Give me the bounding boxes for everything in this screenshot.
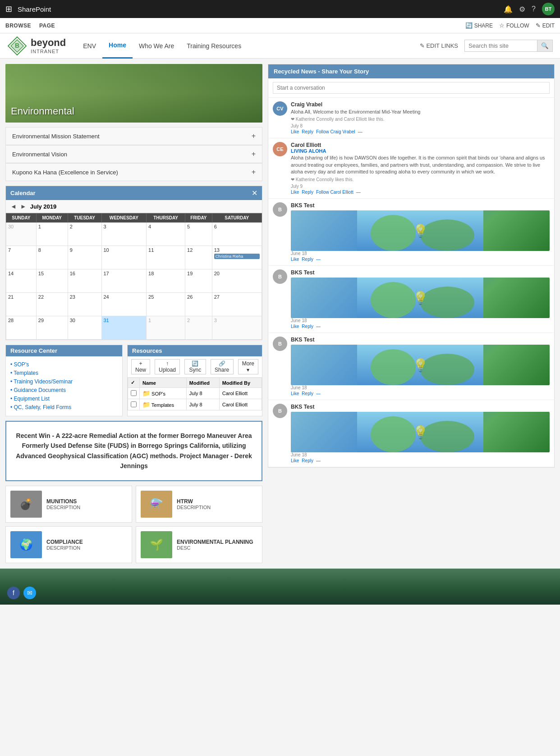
- conversation-input[interactable]: [273, 82, 550, 94]
- settings-icon[interactable]: ⚙: [519, 5, 525, 14]
- resource-link[interactable]: • Templates: [10, 370, 38, 376]
- cal-cell[interactable]: 19: [185, 269, 212, 293]
- post-action[interactable]: Follow Carol Elliott: [316, 190, 353, 195]
- category-card[interactable]: 🌍 COMPLIANCE DESCRIPTION: [5, 526, 132, 563]
- post-action[interactable]: —: [358, 129, 363, 134]
- cal-cell[interactable]: 18: [147, 269, 185, 293]
- nav-item-who[interactable]: Who We Are: [133, 33, 180, 59]
- post-action[interactable]: Reply: [302, 190, 313, 195]
- upload-button[interactable]: ↑ Upload: [155, 359, 180, 374]
- twitter-icon[interactable]: ✉: [23, 587, 36, 599]
- cal-cell[interactable]: 6: [212, 223, 262, 246]
- post-action[interactable]: Like: [291, 458, 299, 463]
- page-link[interactable]: PAGE: [39, 23, 55, 29]
- cal-cell[interactable]: 2: [185, 316, 212, 340]
- post-action[interactable]: —: [316, 257, 321, 262]
- edit-links-button[interactable]: ✎ EDIT LINKS: [413, 42, 464, 49]
- cal-cell[interactable]: 30: [6, 223, 37, 246]
- cal-event[interactable]: Christina Rieha: [214, 254, 260, 259]
- post-action[interactable]: Like: [291, 257, 299, 262]
- cal-cell[interactable]: 8: [36, 246, 68, 269]
- row-name[interactable]: 📁 SOP's: [140, 388, 187, 399]
- more-button[interactable]: More ▾: [238, 359, 258, 374]
- search-button[interactable]: 🔍: [537, 40, 552, 51]
- cal-cell[interactable]: 22: [36, 293, 68, 316]
- new-button[interactable]: + New: [131, 359, 150, 374]
- sync-button[interactable]: 🔄 Sync: [184, 359, 206, 374]
- cal-cell[interactable]: 21: [6, 293, 37, 316]
- cal-cell[interactable]: 3: [101, 223, 147, 246]
- post-action[interactable]: Like: [291, 391, 299, 396]
- row-check[interactable]: [128, 388, 140, 399]
- cal-cell[interactable]: 20: [212, 269, 262, 293]
- cal-cell[interactable]: 1: [36, 223, 68, 246]
- cal-cell[interactable]: 1: [147, 316, 185, 340]
- cal-cell[interactable]: 9: [68, 246, 101, 269]
- post-action[interactable]: Reply: [302, 391, 313, 396]
- cal-next-button[interactable]: ►: [20, 203, 27, 210]
- nav-item-home[interactable]: Home: [102, 33, 133, 59]
- cal-cell[interactable]: 31: [101, 316, 147, 340]
- cal-cell[interactable]: 2: [68, 223, 101, 246]
- accordion-item-1[interactable]: Environmental Vision +: [5, 145, 262, 163]
- cal-cell[interactable]: 15: [36, 269, 68, 293]
- nav-item-env[interactable]: ENV: [77, 33, 102, 59]
- post-action[interactable]: Like: [291, 129, 299, 134]
- post-action[interactable]: Reply: [302, 458, 313, 463]
- cal-cell[interactable]: 14: [6, 269, 37, 293]
- post-action[interactable]: —: [316, 391, 321, 396]
- cal-cell[interactable]: 7: [6, 246, 37, 269]
- nav-item-training[interactable]: Training Resources: [180, 33, 248, 59]
- cal-cell[interactable]: 16: [68, 269, 101, 293]
- cal-cell[interactable]: 11: [147, 246, 185, 269]
- row-name[interactable]: 📁 Templates: [140, 399, 187, 410]
- post-action[interactable]: Like: [291, 190, 299, 195]
- category-card[interactable]: 💣 MUNITIONS DESCRIPTION: [5, 486, 132, 523]
- resource-link[interactable]: • Training Videos/Seminar: [10, 378, 73, 385]
- post-action[interactable]: Like: [291, 324, 299, 329]
- share-files-button[interactable]: 🔗 Share: [211, 359, 234, 374]
- resource-link[interactable]: • Guidance Documents: [10, 387, 66, 393]
- accordion-item-0[interactable]: Environmental Mission Statement +: [5, 127, 262, 145]
- follow-button[interactable]: ☆ FOLLOW: [499, 22, 529, 29]
- resource-link[interactable]: • Equipment List: [10, 396, 50, 402]
- edit-button[interactable]: ✎ EDIT: [536, 22, 555, 29]
- accordion-item-2[interactable]: Kupono Ka Hana (Excellence in Service) +: [5, 163, 262, 181]
- help-icon[interactable]: ?: [532, 5, 536, 13]
- facebook-icon[interactable]: f: [7, 587, 20, 599]
- cal-cell[interactable]: 13Christina Rieha: [212, 246, 262, 269]
- share-button[interactable]: 🔄 SHARE: [465, 22, 493, 29]
- cal-cell[interactable]: 26: [185, 293, 212, 316]
- user-avatar[interactable]: BT: [542, 3, 555, 15]
- cal-cell[interactable]: 24: [101, 293, 147, 316]
- category-card[interactable]: 🌱 ENVIRONMENTAL PLANNING DESC: [136, 526, 262, 563]
- cal-cell[interactable]: 23: [68, 293, 101, 316]
- row-checkbox[interactable]: [131, 390, 137, 396]
- post-action[interactable]: —: [316, 324, 321, 329]
- category-card[interactable]: ⚗️ HTRW DESCRIPTION: [136, 486, 262, 523]
- cal-prev-button[interactable]: ◄: [10, 203, 17, 210]
- cal-cell[interactable]: 29: [36, 316, 68, 340]
- bell-icon[interactable]: 🔔: [504, 5, 513, 14]
- waffle-icon[interactable]: ⊞: [5, 4, 12, 14]
- cal-cell[interactable]: 10: [101, 246, 147, 269]
- search-input[interactable]: [465, 40, 537, 51]
- post-action[interactable]: —: [356, 190, 361, 195]
- browse-link[interactable]: BROWSE: [5, 23, 31, 29]
- post-action[interactable]: Reply: [302, 324, 313, 329]
- cal-cell[interactable]: 17: [101, 269, 147, 293]
- post-action[interactable]: Reply: [302, 129, 313, 134]
- row-check[interactable]: [128, 399, 140, 410]
- cal-cell[interactable]: 12: [185, 246, 212, 269]
- cal-cell[interactable]: 25: [147, 293, 185, 316]
- resource-link[interactable]: • QC, Safety, Field Forms: [10, 404, 71, 410]
- cal-cell[interactable]: 5: [185, 223, 212, 246]
- cal-cell[interactable]: 30: [68, 316, 101, 340]
- cal-cell[interactable]: 4: [147, 223, 185, 246]
- post-action[interactable]: —: [316, 458, 321, 463]
- resource-link[interactable]: • SOP's: [10, 361, 29, 368]
- row-checkbox[interactable]: [131, 401, 137, 407]
- cal-cell[interactable]: 28: [6, 316, 37, 340]
- post-action[interactable]: Reply: [302, 257, 313, 262]
- cal-cell[interactable]: 3: [212, 316, 262, 340]
